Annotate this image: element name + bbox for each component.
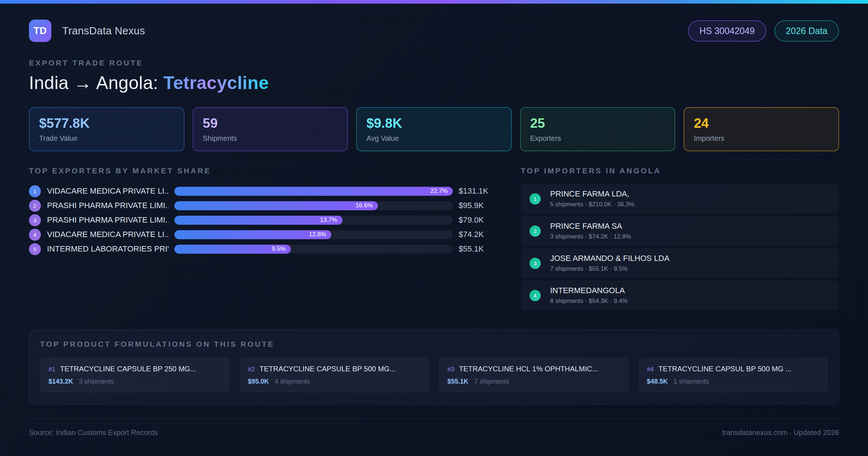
formulation-name: TETRACYCLINE CAPSULE BP 500 MG... bbox=[259, 365, 395, 373]
exporter-row[interactable]: 1 VIDACARE MEDICA PRIVATE LI... 22.7% $1… bbox=[29, 184, 499, 198]
market-share-bar: 13.7% bbox=[174, 216, 453, 225]
stat-card-importers: 24 Importers bbox=[684, 107, 839, 151]
eyebrow-label: EXPORT TRADE ROUTE bbox=[29, 59, 839, 67]
exporter-row[interactable]: 4 VIDACARE MEDICA PRIVATE LI... 12.8% $7… bbox=[29, 227, 499, 242]
stat-label: Trade Value bbox=[39, 134, 174, 143]
exporter-name: VIDACARE MEDICA PRIVATE LI... bbox=[47, 186, 169, 196]
stat-label: Avg Value bbox=[366, 134, 502, 143]
exporter-name: INTERMED LABORATORIES PRIV... bbox=[47, 244, 169, 254]
formulation-shipments: 1 shipments bbox=[674, 378, 709, 385]
footer: Source: Indian Customs Export Records tr… bbox=[29, 428, 839, 437]
exporter-row[interactable]: 5 INTERMED LABORATORIES PRIV... 9.5% $55… bbox=[29, 242, 499, 256]
rank-badge: 4 bbox=[529, 290, 541, 301]
share-percent: 22.7% bbox=[430, 187, 448, 195]
rank-badge: 3 bbox=[529, 258, 541, 269]
stat-value: 25 bbox=[530, 116, 665, 131]
importer-name: PRINCE FARMA LDA, bbox=[550, 189, 634, 199]
rank-badge: 1 bbox=[29, 185, 41, 197]
importers-list: 1 PRINCE FARMA LDA, 5 shipments · $210.0… bbox=[521, 184, 839, 310]
stat-label: Exporters bbox=[530, 134, 665, 143]
stat-cards: $577.8K Trade Value 59 Shipments $9.8K A… bbox=[29, 107, 839, 151]
page: TD TransData Nexus HS 30042049 2026 Data… bbox=[0, 20, 868, 437]
rank-badge: 2 bbox=[29, 200, 41, 212]
exporter-value: $74.2K bbox=[459, 230, 499, 239]
formulation-value: $143.2K bbox=[48, 378, 73, 385]
top-accent-bar bbox=[0, 0, 868, 4]
stat-card-trade-value: $577.8K Trade Value bbox=[29, 107, 184, 151]
importers-section: TOP IMPORTERS IN ANGOLA 1 PRINCE FARMA L… bbox=[521, 166, 839, 313]
formulation-rank: #4 bbox=[647, 366, 654, 373]
formulation-card[interactable]: #4 TETRACYCLINE CAPSUL BP 500 MG ... $48… bbox=[639, 358, 828, 392]
site-note: transdatanexus.com · Updated 2026 bbox=[722, 428, 839, 437]
formulation-name: TETRACYCLINE HCL 1% OPHTHALMIC... bbox=[459, 365, 598, 373]
rank-badge: 4 bbox=[29, 229, 41, 241]
rank-badge: 2 bbox=[529, 225, 541, 237]
formulation-rank: #2 bbox=[248, 366, 255, 373]
formulation-card[interactable]: #1 TETRACYCLINE CAPSULE BP 250 MG... $14… bbox=[40, 358, 230, 392]
formulation-rank: #3 bbox=[447, 366, 454, 373]
importer-row[interactable]: 2 PRINCE FARMA SA 3 shipments · $74.2K ·… bbox=[521, 216, 839, 246]
stat-value: 24 bbox=[694, 116, 829, 131]
exporter-row[interactable]: 3 PRASHI PHARMA PRIVATE LIMI... 13.7% $7… bbox=[29, 213, 499, 227]
product-text: Tetracycline bbox=[163, 73, 269, 93]
stat-label: Importers bbox=[694, 134, 829, 143]
importer-detail: 7 shipments · $55.1K · 9.5% bbox=[550, 265, 669, 273]
stat-value: $9.8K bbox=[366, 116, 502, 131]
formulations-list: #1 TETRACYCLINE CAPSULE BP 250 MG... $14… bbox=[40, 358, 828, 392]
exporter-name: PRASHI PHARMA PRIVATE LIMI... bbox=[47, 215, 169, 225]
formulations-section: TOP PRODUCT FORMULATIONS ON THIS ROUTE #… bbox=[29, 329, 839, 404]
stat-value: 59 bbox=[203, 116, 338, 131]
importer-detail: 5 shipments · $210.0K · 36.3% bbox=[550, 201, 634, 208]
importer-row[interactable]: 4 INTERMEDANGOLA 8 shipments · $54.3K · … bbox=[521, 280, 839, 310]
app-name: TransData Nexus bbox=[62, 25, 145, 37]
importers-heading: TOP IMPORTERS IN ANGOLA bbox=[521, 166, 839, 175]
formulation-value: $48.5K bbox=[647, 378, 668, 385]
exporter-row[interactable]: 2 PRASHI PHARMA PRIVATE LIMI... 16.6% $9… bbox=[29, 198, 499, 213]
exporter-name: PRASHI PHARMA PRIVATE LIMI... bbox=[47, 201, 169, 210]
formulation-value: $55.1K bbox=[447, 378, 468, 385]
share-percent: 12.8% bbox=[309, 231, 326, 238]
formulation-name: TETRACYCLINE CAPSULE BP 250 MG... bbox=[60, 365, 196, 373]
formulations-heading: TOP PRODUCT FORMULATIONS ON THIS ROUTE bbox=[40, 340, 828, 349]
share-percent: 9.5% bbox=[272, 245, 286, 253]
app-logo[interactable]: TD bbox=[29, 20, 51, 42]
market-share-bar: 12.8% bbox=[174, 230, 453, 239]
route-text: India → Angola: bbox=[29, 73, 158, 93]
source-note: Source: Indian Customs Export Records bbox=[29, 428, 158, 437]
formulation-shipments: 7 shipments bbox=[474, 378, 509, 385]
year-data-badge[interactable]: 2026 Data bbox=[774, 20, 839, 42]
exporters-section: TOP EXPORTERS BY MARKET SHARE 1 VIDACARE… bbox=[29, 166, 499, 313]
hs-code-badge[interactable]: HS 30042049 bbox=[688, 20, 766, 42]
exporter-value: $55.1K bbox=[459, 244, 499, 254]
exporter-value: $95.9K bbox=[459, 201, 499, 210]
importer-name: PRINCE FARMA SA bbox=[550, 221, 631, 231]
importer-row[interactable]: 1 PRINCE FARMA LDA, 5 shipments · $210.0… bbox=[521, 184, 839, 214]
stat-value: $577.8K bbox=[39, 116, 174, 131]
market-share-bar: 9.5% bbox=[174, 245, 453, 254]
rank-badge: 5 bbox=[29, 243, 41, 255]
exporter-value: $131.1K bbox=[459, 186, 499, 196]
importer-name: JOSE ARMANDO & FILHOS LDA bbox=[550, 254, 669, 263]
stat-card-avg-value: $9.8K Avg Value bbox=[356, 107, 512, 151]
formulation-card[interactable]: #2 TETRACYCLINE CAPSULE BP 500 MG... $95… bbox=[240, 358, 429, 392]
importer-detail: 8 shipments · $54.3K · 9.4% bbox=[550, 297, 628, 305]
header: TD TransData Nexus HS 30042049 2026 Data bbox=[29, 20, 839, 42]
exporter-name: VIDACARE MEDICA PRIVATE LI... bbox=[47, 230, 169, 239]
page-title: India → Angola:Tetracycline bbox=[29, 72, 839, 93]
importer-detail: 3 shipments · $74.2K · 12.8% bbox=[550, 233, 631, 240]
stat-card-shipments: 59 Shipments bbox=[193, 107, 348, 151]
share-percent: 16.6% bbox=[356, 202, 373, 209]
exporter-value: $79.0K bbox=[459, 215, 499, 225]
formulation-name: TETRACYCLINE CAPSUL BP 500 MG ... bbox=[658, 365, 791, 373]
share-percent: 13.7% bbox=[320, 216, 337, 224]
importer-row[interactable]: 3 JOSE ARMANDO & FILHOS LDA 7 shipments … bbox=[521, 248, 839, 278]
formulation-card[interactable]: #3 TETRACYCLINE HCL 1% OPHTHALMIC... $55… bbox=[439, 358, 629, 392]
exporters-list: 1 VIDACARE MEDICA PRIVATE LI... 22.7% $1… bbox=[29, 184, 499, 256]
stat-label: Shipments bbox=[203, 134, 338, 143]
rank-badge: 3 bbox=[29, 214, 41, 226]
exporters-heading: TOP EXPORTERS BY MARKET SHARE bbox=[29, 166, 499, 175]
formulation-shipments: 4 shipments bbox=[275, 378, 310, 385]
market-share-bar: 22.7% bbox=[174, 187, 453, 196]
formulation-shipments: 3 shipments bbox=[79, 378, 114, 385]
stat-card-exporters: 25 Exporters bbox=[520, 107, 676, 151]
